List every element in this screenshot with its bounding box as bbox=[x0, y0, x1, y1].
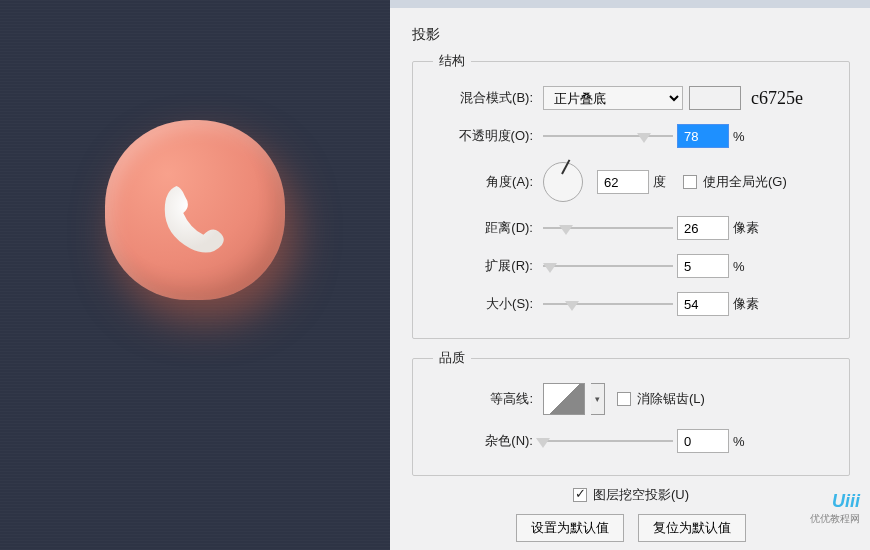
contour-row: 等高线: ▾ 消除锯齿(L) bbox=[433, 383, 837, 415]
layer-style-panel: 投影 结构 混合模式(B): 正片叠底 c6725e 不透明度(O): % 角度… bbox=[390, 0, 870, 550]
global-light-checkbox[interactable] bbox=[683, 175, 697, 189]
opacity-unit: % bbox=[733, 129, 763, 144]
quality-group: 品质 等高线: ▾ 消除锯齿(L) 杂色(N): % bbox=[412, 349, 850, 476]
opacity-label: 不透明度(O): bbox=[433, 127, 543, 145]
spread-label: 扩展(R): bbox=[433, 257, 543, 275]
noise-label: 杂色(N): bbox=[433, 432, 543, 450]
angle-row: 角度(A): 度 使用全局光(G) bbox=[433, 162, 837, 202]
phone-icon-artwork bbox=[105, 120, 285, 300]
size-label: 大小(S): bbox=[433, 295, 543, 313]
noise-row: 杂色(N): % bbox=[433, 429, 837, 453]
color-hex-label: c6725e bbox=[751, 88, 803, 109]
size-slider[interactable] bbox=[543, 295, 673, 313]
opacity-slider[interactable] bbox=[543, 127, 673, 145]
quality-legend: 品质 bbox=[433, 349, 471, 367]
knockout-checkbox[interactable] bbox=[573, 488, 587, 502]
contour-dropdown-icon[interactable]: ▾ bbox=[591, 383, 605, 415]
spread-slider[interactable] bbox=[543, 257, 673, 275]
blend-mode-select[interactable]: 正片叠底 bbox=[543, 86, 683, 110]
distance-row: 距离(D): 像素 bbox=[433, 216, 837, 240]
spread-row: 扩展(R): % bbox=[433, 254, 837, 278]
distance-label: 距离(D): bbox=[433, 219, 543, 237]
size-input[interactable] bbox=[677, 292, 729, 316]
noise-slider[interactable] bbox=[543, 432, 673, 450]
opacity-input[interactable] bbox=[677, 124, 729, 148]
panel-title: 投影 bbox=[412, 26, 850, 44]
angle-input[interactable] bbox=[597, 170, 649, 194]
button-row: 设置为默认值 复位为默认值 bbox=[516, 514, 746, 542]
structure-legend: 结构 bbox=[433, 52, 471, 70]
global-light-label: 使用全局光(G) bbox=[703, 173, 787, 191]
shadow-color-swatch[interactable] bbox=[689, 86, 741, 110]
set-default-button[interactable]: 设置为默认值 bbox=[516, 514, 624, 542]
knockout-row: 图层挖空投影(U) bbox=[573, 486, 689, 504]
noise-input[interactable] bbox=[677, 429, 729, 453]
noise-unit: % bbox=[733, 434, 763, 449]
bottom-controls: 图层挖空投影(U) 设置为默认值 复位为默认值 bbox=[412, 486, 850, 542]
phone-handset-icon bbox=[153, 176, 237, 260]
blend-mode-row: 混合模式(B): 正片叠底 c6725e bbox=[433, 86, 837, 110]
knockout-label: 图层挖空投影(U) bbox=[593, 486, 689, 504]
contour-label: 等高线: bbox=[433, 390, 543, 408]
size-unit: 像素 bbox=[733, 295, 763, 313]
opacity-row: 不透明度(O): % bbox=[433, 124, 837, 148]
size-row: 大小(S): 像素 bbox=[433, 292, 837, 316]
angle-label: 角度(A): bbox=[433, 173, 543, 191]
spread-unit: % bbox=[733, 259, 763, 274]
distance-input[interactable] bbox=[677, 216, 729, 240]
blend-mode-label: 混合模式(B): bbox=[433, 89, 543, 107]
distance-unit: 像素 bbox=[733, 219, 763, 237]
structure-group: 结构 混合模式(B): 正片叠底 c6725e 不透明度(O): % 角度(A)… bbox=[412, 52, 850, 339]
reset-default-button[interactable]: 复位为默认值 bbox=[638, 514, 746, 542]
canvas-preview bbox=[0, 0, 390, 550]
antialias-checkbox[interactable] bbox=[617, 392, 631, 406]
spread-input[interactable] bbox=[677, 254, 729, 278]
antialias-label: 消除锯齿(L) bbox=[637, 390, 705, 408]
distance-slider[interactable] bbox=[543, 219, 673, 237]
angle-unit: 度 bbox=[653, 173, 683, 191]
contour-picker[interactable] bbox=[543, 383, 585, 415]
angle-dial[interactable] bbox=[543, 162, 583, 202]
